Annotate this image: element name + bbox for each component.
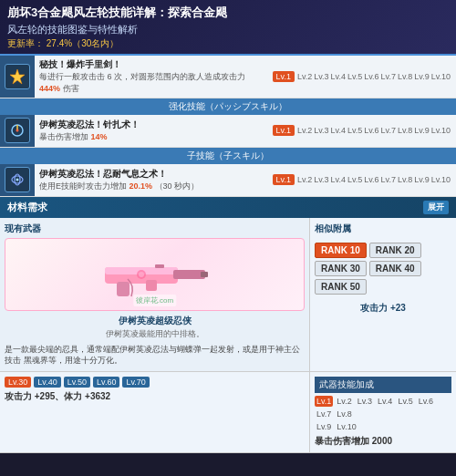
rank-40-badge[interactable]: RANK 40: [369, 261, 421, 276]
skill-icon-2: [0, 115, 35, 147]
weapon-related-label: 相似附属: [315, 222, 451, 235]
skill-bonus-lv9[interactable]: Lv.9: [315, 421, 333, 432]
materials-header: 材料需求 展开: [0, 197, 456, 218]
weapon-owned-label: 现有武器: [5, 222, 305, 235]
svg-rect-15: [155, 264, 164, 268]
skill-icon-1: [0, 56, 35, 98]
skill-bonus-lv3[interactable]: Lv.3: [356, 396, 374, 407]
lv6-2: Lv.6: [364, 126, 378, 135]
lv9-2: Lv.9: [414, 126, 429, 135]
skill-icon-img-1: [5, 64, 30, 89]
skill-bonus-lv2[interactable]: Lv.2: [335, 396, 353, 407]
lv10-2: Lv.10: [431, 126, 451, 135]
weapon-area: 现有武器 彼岸花.com: [0, 218, 456, 372]
skill-bonus-levels-row2: Lv.9 Lv.10: [315, 421, 451, 432]
skill-bonus-lv8[interactable]: Lv.8: [335, 409, 353, 419]
rank-grid: RANK 10 RANK 20 RANK 30 RANK 40 RANK 50: [315, 239, 451, 298]
lv5-3: Lv.5: [347, 175, 362, 184]
upgrade-lv-70[interactable]: Lv.70: [122, 377, 149, 388]
skill-name-1: 秘技！爆炸手里剑！: [39, 58, 264, 70]
lv7-1: Lv.7: [381, 72, 396, 81]
bottom-area: Lv.30 Lv.40 Lv.50 Lv.60 Lv.70 攻击力 +295、体…: [0, 372, 456, 453]
lv5-2: Lv.5: [347, 126, 362, 135]
skill-bonus-lv1[interactable]: Lv.1: [315, 396, 333, 407]
skill-bonus-desc: 暴击伤害增加 2000: [315, 435, 451, 448]
upgrade-lv-40[interactable]: Lv.40: [34, 377, 60, 388]
passive-skill-header: 强化技能（パッシブスキル）: [0, 98, 456, 115]
svg-point-13: [139, 272, 144, 277]
skill-row-2: 伊树英凌忍法！针扎术！ 暴击伤害增加 14% Lv.1 Lv.2 Lv.3 Lv…: [0, 115, 456, 148]
skill-bonus-header: 武器技能加成: [315, 377, 451, 393]
skill-icon-img-3: [5, 167, 30, 192]
weapon-name: 伊树英凌超级忍侠: [5, 315, 305, 327]
lv6-1: Lv.6: [364, 72, 378, 81]
skill-highlight-3: 20.1%: [130, 181, 153, 191]
bottom-right: 武器技能加成 Lv.1 Lv.2 Lv.3 Lv.4 Lv.5 Lv.6 Lv.…: [310, 372, 456, 452]
svg-rect-14: [146, 280, 157, 291]
sub-skill-header: 子技能（子スキル）: [0, 148, 456, 164]
lv5-1: Lv.5: [347, 72, 362, 81]
skill-name-3: 伊树英凌忍法！忍耐气息之术！: [39, 168, 264, 180]
lv9-1: Lv.9: [414, 72, 429, 81]
weapon-desc: 是一款最尖端的忍具，通常端配伊树英凌忍法与蝴蝶弹一起发射，或是用于神主公技击 黑…: [5, 344, 305, 367]
lv7-2: Lv.7: [381, 126, 396, 135]
weapon-svg: [91, 247, 219, 302]
lv4-3: Lv.4: [331, 175, 346, 184]
skill-desc-2: 暴击伤害增加 14%: [39, 131, 264, 143]
skill-levels-1: Lv.1 Lv.2 Lv.3 Lv.4 Lv.5 Lv.6 Lv.7 Lv.8 …: [268, 56, 456, 98]
upgrade-lv-30[interactable]: Lv.30: [5, 377, 31, 388]
upgrade-lv-60[interactable]: Lv.60: [93, 377, 119, 388]
meta-value: 27.4%（30名内）: [47, 38, 119, 48]
rank-20-badge[interactable]: RANK 20: [369, 243, 421, 258]
lv8-3: Lv.8: [398, 175, 412, 184]
svg-rect-10: [201, 272, 208, 277]
skill-info-2: 伊树英凌忍法！针扎术！ 暴击伤害增加 14%: [35, 115, 268, 147]
weapon-image-area: 彼岸花.com: [5, 238, 305, 311]
rank-30-badge[interactable]: RANK 30: [315, 261, 367, 276]
skill-info-1: 秘技！爆炸手里剑！ 每进行一般攻击击 6 次，对圆形范围内的敌人造成攻击力 44…: [35, 56, 268, 98]
skill-row-1: 秘技！爆炸手里剑！ 每进行一般攻击击 6 次，对圆形范围内的敌人造成攻击力 44…: [0, 56, 456, 98]
svg-point-6: [16, 179, 19, 181]
lv10-1: Lv.10: [431, 72, 451, 81]
skill-icon-img-2: [5, 118, 30, 143]
upgrade-lv-50[interactable]: Lv.50: [64, 377, 90, 388]
skill-levels-2: Lv.1 Lv.2 Lv.3 Lv.4 Lv.5 Lv.6 Lv.7 Lv.8 …: [268, 115, 456, 147]
skill-1-icon: [9, 68, 26, 85]
upgrade-stats: 攻击力 +295、体力 +3632: [5, 390, 305, 403]
skill-highlight-1: 444%: [39, 84, 60, 93]
skill-current-level-2[interactable]: Lv.1: [273, 125, 295, 136]
skill-bonus-levels-row1: Lv.1 Lv.2 Lv.3 Lv.4 Lv.5 Lv.6 Lv.7 Lv.8: [315, 396, 451, 419]
page-subtitle: 风左轮的技能图鉴与特性解析: [7, 23, 449, 36]
skill-3-icon: [9, 171, 26, 188]
lv6-3: Lv.6: [364, 175, 378, 184]
lv3-2: Lv.3: [314, 126, 328, 135]
skill-bonus-lv6[interactable]: Lv.6: [417, 396, 435, 407]
lv4-1: Lv.4: [331, 72, 346, 81]
materials-tag[interactable]: 展开: [423, 201, 449, 214]
svg-marker-0: [10, 69, 25, 84]
page-title: 崩坏3合金飓风左轮技能详解：探索合金飓: [7, 5, 449, 21]
skill-info-3: 伊树英凌忍法！忍耐气息之术！ 使用E技能时攻击力增加 20.1% （30 秒内）: [35, 164, 268, 196]
skill-bonus-lv7[interactable]: Lv.7: [315, 409, 333, 419]
skill-bonus-lv4[interactable]: Lv.4: [376, 396, 394, 407]
rank-50-badge[interactable]: RANK 50: [315, 279, 367, 295]
skill-icon-3: [0, 164, 35, 196]
svg-point-3: [16, 129, 19, 132]
lv2-3: Lv.2: [297, 175, 312, 184]
skill-current-level-3[interactable]: Lv.1: [273, 174, 295, 185]
skill-bonus-lv10[interactable]: Lv.10: [335, 421, 358, 432]
watermark: 彼岸花.com: [133, 295, 176, 306]
rank-10-badge[interactable]: RANK 10: [315, 243, 367, 258]
skill-name-2: 伊树英凌忍法！针扎术！: [39, 119, 264, 130]
svg-rect-9: [173, 270, 205, 279]
materials-label: 材料需求: [7, 201, 47, 214]
lv8-1: Lv.8: [398, 72, 412, 81]
skill-bonus-lv5[interactable]: Lv.5: [396, 396, 414, 407]
skill-current-level-1[interactable]: Lv.1: [273, 71, 295, 82]
lv9-3: Lv.9: [414, 175, 429, 184]
lv2-2: Lv.2: [297, 126, 312, 135]
lv7-3: Lv.7: [381, 175, 396, 184]
upgrade-levels-row: Lv.30 Lv.40 Lv.50 Lv.60 Lv.70: [5, 377, 305, 388]
weapon-right: 相似附属 RANK 10 RANK 20 RANK 30 RANK 40 RAN…: [310, 218, 456, 371]
skill-desc-1: 每进行一般攻击击 6 次，对圆形范围内的敌人造成攻击力 444% 伤害: [39, 71, 264, 95]
